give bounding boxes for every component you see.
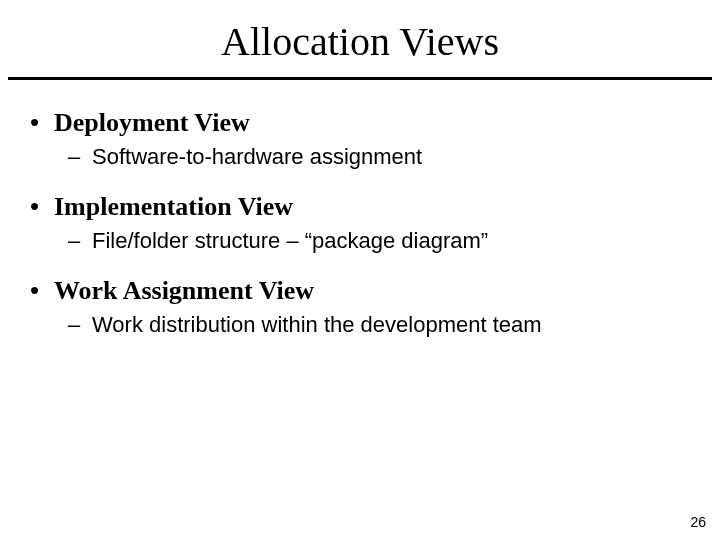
bullet-level1-text: Work Assignment View — [54, 276, 314, 306]
bullet-level1: • Deployment View — [30, 108, 690, 138]
bullet-dot-icon: • — [30, 277, 54, 303]
bullet-dot-icon: • — [30, 109, 54, 135]
bullet-level2: – File/folder structure – “package diagr… — [68, 228, 690, 254]
bullet-dash-icon: – — [68, 312, 92, 338]
bullet-level2: – Work distribution within the developme… — [68, 312, 690, 338]
bullet-level1-text: Deployment View — [54, 108, 250, 138]
bullet-dot-icon: • — [30, 193, 54, 219]
slide-content: • Deployment View – Software-to-hardware… — [0, 80, 720, 338]
slide-title: Allocation Views — [0, 0, 720, 77]
bullet-level1: • Work Assignment View — [30, 276, 690, 306]
bullet-level1: • Implementation View — [30, 192, 690, 222]
bullet-level2: – Software-to-hardware assignment — [68, 144, 690, 170]
bullet-level2-text: Work distribution within the development… — [92, 312, 542, 338]
slide: Allocation Views • Deployment View – Sof… — [0, 0, 720, 540]
bullet-level2-text: Software-to-hardware assignment — [92, 144, 422, 170]
bullet-level2-text: File/folder structure – “package diagram… — [92, 228, 488, 254]
bullet-dash-icon: – — [68, 144, 92, 170]
bullet-dash-icon: – — [68, 228, 92, 254]
bullet-level1-text: Implementation View — [54, 192, 293, 222]
page-number: 26 — [690, 514, 706, 530]
